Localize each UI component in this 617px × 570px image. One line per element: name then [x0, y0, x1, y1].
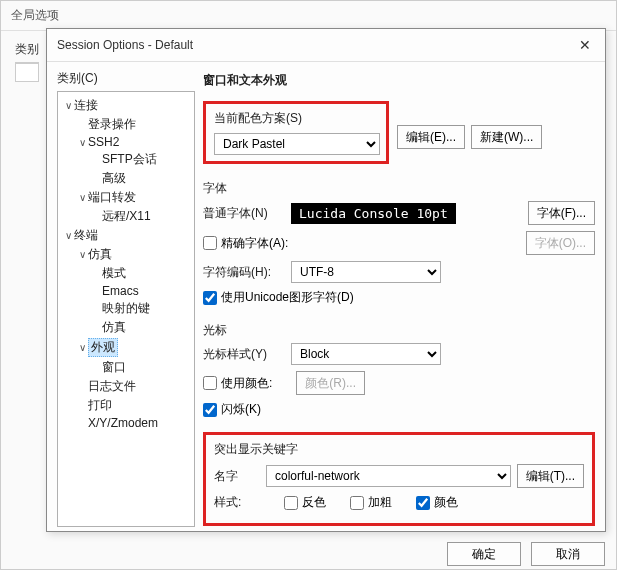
tree-item[interactable]: 窗口 [60, 358, 192, 377]
tree-item-label: 端口转发 [88, 189, 136, 206]
color-scheme-label: 当前配色方案(S) [214, 110, 378, 127]
tree-item[interactable]: SFTP会话 [60, 150, 192, 169]
tree-item[interactable]: ∨连接 [60, 96, 192, 115]
tree-item[interactable]: 高级 [60, 169, 192, 188]
tree-item[interactable]: 远程/X11 [60, 207, 192, 226]
session-options-dialog: Session Options - Default ✕ 类别(C) ∨连接登录操… [46, 28, 606, 532]
chevron-down-icon[interactable]: ∨ [62, 230, 74, 241]
font-header: 字体 [203, 180, 595, 197]
dialog-title: Session Options - Default [57, 38, 193, 52]
reverse-input[interactable] [284, 496, 298, 510]
tree-item-label: 登录操作 [88, 116, 136, 133]
tree-item[interactable]: 仿真 [60, 318, 192, 337]
edit-scheme-button[interactable]: 编辑(E)... [397, 125, 465, 149]
tree-item-label: 仿真 [88, 246, 112, 263]
highlight-header: 突出显示关键字 [214, 441, 584, 458]
new-scheme-button[interactable]: 新建(W)... [471, 125, 542, 149]
highlight-keywords-box: 突出显示关键字 名字 colorful-network 编辑(T)... 样式:… [203, 432, 595, 526]
tree-item-label: 模式 [102, 265, 126, 282]
precise-font-button: 字体(O)... [526, 231, 595, 255]
cursor-section: 光标 光标样式(Y) Block 使用颜色: 颜色(R)... [203, 320, 595, 424]
precise-font-checkbox[interactable]: 精确字体(A): [203, 235, 288, 252]
tree-item-label: 远程/X11 [102, 208, 151, 225]
tree-item[interactable]: ∨外观 [60, 337, 192, 358]
tree-item-label: 日志文件 [88, 378, 136, 395]
tree-item[interactable]: X/Y/Zmodem [60, 415, 192, 431]
tree-item-label: SSH2 [88, 135, 119, 149]
close-icon[interactable]: ✕ [575, 35, 595, 55]
tree-item[interactable]: 打印 [60, 396, 192, 415]
unicode-graphics-input[interactable] [203, 291, 217, 305]
parent-window-title: 全局选项 [1, 1, 616, 31]
use-color-checkbox[interactable]: 使用颜色: [203, 375, 272, 392]
tree-item-label: 窗口 [102, 359, 126, 376]
bold-checkbox[interactable]: 加粗 [350, 494, 392, 511]
cursor-style-label: 光标样式(Y) [203, 346, 285, 363]
tree-item[interactable]: 日志文件 [60, 377, 192, 396]
tree-item[interactable]: Emacs [60, 283, 192, 299]
tree-item-label: SFTP会话 [102, 151, 157, 168]
chevron-down-icon[interactable]: ∨ [76, 342, 88, 353]
encoding-label: 字符编码(H): [203, 264, 285, 281]
tree-item[interactable]: ∨SSH2 [60, 134, 192, 150]
tree-item-label: 连接 [74, 97, 98, 114]
content-panel: 窗口和文本外观 当前配色方案(S) Dark Pastel 编辑(E)... 新… [203, 70, 595, 527]
tree-item[interactable]: ∨终端 [60, 226, 192, 245]
highlight-name-select[interactable]: colorful-network [266, 465, 511, 487]
tree-item-label: Emacs [102, 284, 139, 298]
tree-item-label: 打印 [88, 397, 112, 414]
blink-input[interactable] [203, 403, 217, 417]
tree-item-label: 映射的键 [102, 300, 150, 317]
font-sample: Lucida Console 10pt [291, 203, 456, 224]
highlight-style-label: 样式: [214, 494, 260, 511]
tree-item[interactable]: ∨端口转发 [60, 188, 192, 207]
chevron-down-icon[interactable]: ∨ [76, 137, 88, 148]
normal-font-label: 普通字体(N) [203, 205, 285, 222]
ok-button[interactable]: 确定 [447, 542, 521, 566]
highlight-edit-button[interactable]: 编辑(T)... [517, 464, 584, 488]
precise-font-input[interactable] [203, 236, 217, 250]
tree-item[interactable]: 模式 [60, 264, 192, 283]
chevron-down-icon[interactable]: ∨ [76, 249, 88, 260]
cancel-button[interactable]: 取消 [531, 542, 605, 566]
use-color-input[interactable] [203, 376, 217, 390]
page-title: 窗口和文本外观 [203, 70, 595, 93]
color-input[interactable] [416, 496, 430, 510]
cursor-color-button: 颜色(R)... [296, 371, 365, 395]
color-scheme-select[interactable]: Dark Pastel [214, 133, 380, 155]
color-scheme-highlight-box: 当前配色方案(S) Dark Pastel [203, 101, 389, 164]
tree-item-label: 仿真 [102, 319, 126, 336]
tree-item[interactable]: ∨仿真 [60, 245, 192, 264]
chevron-down-icon[interactable]: ∨ [62, 100, 74, 111]
cursor-header: 光标 [203, 322, 595, 339]
font-button[interactable]: 字体(F)... [528, 201, 595, 225]
highlight-name-label: 名字 [214, 468, 260, 485]
dialog-titlebar: Session Options - Default ✕ [47, 29, 605, 62]
tree-item-label: 终端 [74, 227, 98, 244]
tree-item[interactable]: 映射的键 [60, 299, 192, 318]
unicode-graphics-checkbox[interactable]: 使用Unicode图形字符(D) [203, 289, 354, 306]
category-tree[interactable]: ∨连接登录操作∨SSH2SFTP会话高级∨端口转发远程/X11∨终端∨仿真模式E… [57, 91, 195, 527]
tree-item[interactable]: 登录操作 [60, 115, 192, 134]
chevron-down-icon[interactable]: ∨ [76, 192, 88, 203]
tree-item-label: 外观 [88, 338, 118, 357]
bottom-button-bar: 确定 取消 [447, 542, 605, 566]
cursor-style-select[interactable]: Block [291, 343, 441, 365]
parent-tab-stub [15, 62, 39, 82]
category-label: 类别(C) [57, 70, 195, 87]
tree-item-label: X/Y/Zmodem [88, 416, 158, 430]
font-section: 字体 普通字体(N) Lucida Console 10pt 字体(F)... … [203, 178, 595, 312]
blink-checkbox[interactable]: 闪烁(K) [203, 401, 261, 418]
tree-item-label: 高级 [102, 170, 126, 187]
reverse-checkbox[interactable]: 反色 [284, 494, 326, 511]
encoding-select[interactable]: UTF-8 [291, 261, 441, 283]
bold-input[interactable] [350, 496, 364, 510]
color-checkbox[interactable]: 颜色 [416, 494, 458, 511]
